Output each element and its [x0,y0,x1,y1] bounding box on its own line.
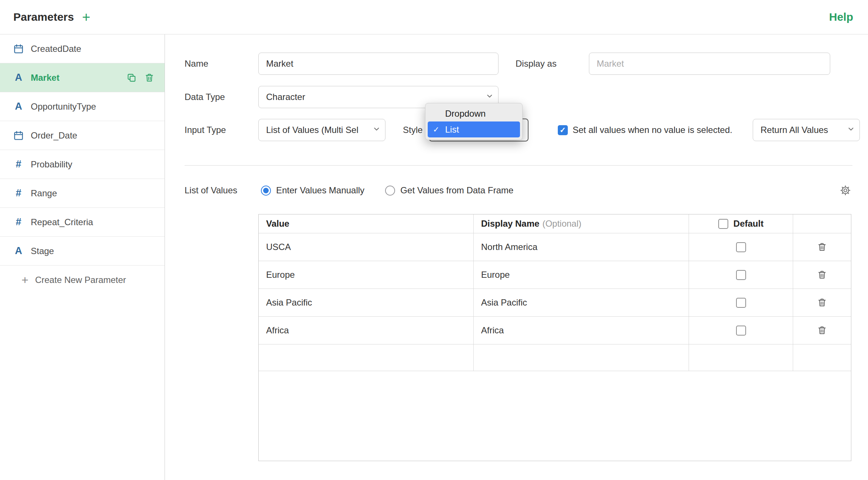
chevron-down-icon [372,125,381,135]
display-name-cell[interactable] [474,344,689,371]
table-row: Asia Pacific Asia Pacific [259,289,851,317]
name-input[interactable] [258,53,498,75]
table-empty-area [259,371,851,461]
help-link[interactable]: Help [829,11,853,23]
check-icon: ✓ [433,125,445,134]
default-checkbox[interactable] [736,298,746,308]
delete-row-icon[interactable] [817,270,827,280]
display-name-cell[interactable]: Africa [474,317,689,344]
input-type-value: List of Values (Multi Sel [266,125,372,135]
actions-column-header [793,214,851,233]
delete-icon[interactable] [144,73,155,83]
page-title: Parameters [13,11,74,23]
action-cell [793,261,851,289]
sidebar-item-label: CreatedDate [31,44,81,54]
value-cell[interactable]: USCA [259,233,474,261]
display-name-cell[interactable]: Europe [474,261,689,289]
sidebar-item-actions [126,73,155,83]
default-header-checkbox[interactable] [718,219,728,229]
character-icon: A [12,101,25,112]
sidebar-item-label: Order_Date [31,130,77,141]
input-type-row: Input Type List of Values (Multi Sel Sty… [185,119,868,141]
chevron-down-icon [486,92,494,102]
action-cell [793,344,851,371]
create-new-parameter-label: Create New Parameter [35,275,126,285]
value-cell[interactable]: Africa [259,317,474,344]
numeric-icon: # [12,216,25,228]
display-name-cell[interactable]: North America [474,233,689,261]
value-column-header: Value [259,214,474,233]
values-table: Value Display Name (Optional) Default US… [258,214,851,461]
set-all-values-checkbox[interactable]: ✓ [558,125,568,135]
enter-values-manually-radio[interactable] [261,186,271,196]
sidebar-item-repeat-criteria[interactable]: # Repeat_Criteria [0,208,165,237]
value-cell[interactable]: Asia Pacific [259,289,474,316]
table-row: USCA North America [259,233,851,261]
default-cell [689,289,793,316]
set-all-values-label: Set all values when no value is selected… [573,125,732,135]
create-new-parameter-button[interactable]: + Create New Parameter [0,266,165,294]
title-wrap: Parameters + [13,10,90,24]
style-dropdown-menu: Dropdown ✓ List [425,103,523,140]
default-header-text: Default [733,219,763,229]
content: CreatedDate A Market A OpportunityType O… [0,34,868,480]
numeric-icon: # [12,187,25,199]
optional-hint: (Optional) [542,219,581,229]
sidebar-item-range[interactable]: # Range [0,179,165,208]
name-row: Name Display as [185,53,868,75]
sidebar-item-stage[interactable]: A Stage [0,237,165,266]
default-column-header: Default [689,214,793,233]
display-name-column-header: Display Name (Optional) [474,214,689,233]
menu-item-label: List [445,124,459,135]
table-row-empty [259,344,851,371]
list-of-values-label: List of Values [185,185,261,196]
default-checkbox[interactable] [736,242,746,252]
table-header-row: Value Display Name (Optional) Default [259,214,851,233]
sidebar: CreatedDate A Market A OpportunityType O… [0,34,165,480]
plus-icon: + [21,274,29,286]
action-cell [793,233,851,261]
parameter-editor: Name Display as Data Type Character Inpu… [165,34,868,480]
return-values-select[interactable]: Return All Values [753,119,860,141]
get-values-from-data-frame-label: Get Values from Data Frame [400,185,513,196]
delete-row-icon[interactable] [817,325,827,336]
table-row: Africa Africa [259,317,851,344]
default-checkbox[interactable] [736,326,746,336]
sidebar-item-market[interactable]: A Market [0,63,165,92]
action-cell [793,317,851,344]
default-cell [689,261,793,289]
return-values-value: Return All Values [761,125,847,135]
get-values-from-data-frame-radio[interactable] [385,186,395,196]
table-row: Europe Europe [259,261,851,289]
default-cell [689,233,793,261]
display-name-header-text: Display Name [481,219,539,229]
display-name-cell[interactable]: Asia Pacific [474,289,689,316]
character-icon: A [12,72,25,83]
sidebar-item-label: Market [31,73,59,83]
chevron-down-icon [847,125,855,135]
settings-gear-icon[interactable] [840,185,851,196]
delete-row-icon[interactable] [817,297,827,308]
character-icon: A [12,245,25,257]
sidebar-item-probability[interactable]: # Probability [0,150,165,179]
enter-values-manually-label: Enter Values Manually [276,185,364,196]
add-parameter-icon[interactable]: + [82,10,90,24]
delete-row-icon[interactable] [817,242,827,252]
display-as-input[interactable] [589,53,830,75]
sidebar-item-label: Stage [31,246,54,256]
sidebar-item-label: Range [31,188,57,199]
sidebar-item-opportunitytype[interactable]: A OpportunityType [0,92,165,121]
value-cell[interactable] [259,344,474,371]
value-cell[interactable]: Europe [259,261,474,289]
list-of-values-row: List of Values Enter Values Manually Get… [185,182,868,199]
duplicate-icon[interactable] [126,73,137,83]
sidebar-item-order-date[interactable]: Order_Date [0,121,165,150]
check-icon: ✓ [560,126,566,134]
data-type-value: Character [266,92,486,102]
menu-item-dropdown[interactable]: Dropdown [428,106,520,121]
default-cell [689,317,793,344]
sidebar-item-createddate[interactable]: CreatedDate [0,34,165,63]
default-checkbox[interactable] [736,270,746,280]
menu-item-list[interactable]: ✓ List [428,121,520,137]
input-type-select[interactable]: List of Values (Multi Sel [258,119,385,141]
